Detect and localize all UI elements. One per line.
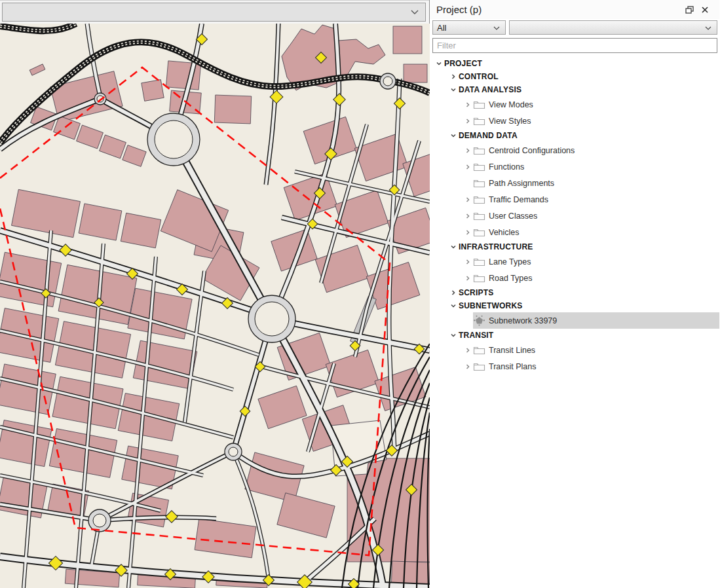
tree-item-lane-types[interactable]: Lane Types [430, 253, 719, 270]
tree-item-demand-data[interactable]: DEMAND DATA [430, 129, 719, 142]
chevron-down-icon [488, 23, 505, 33]
tree-item-body[interactable]: TRANSIT [459, 329, 719, 342]
tree-item-body[interactable]: DATA ANALYSIS [459, 83, 719, 96]
chevron-right-icon[interactable] [464, 164, 471, 170]
tree-item-body[interactable]: DEMAND DATA [459, 129, 719, 142]
tree-expander[interactable] [448, 244, 459, 250]
tree-item-body[interactable]: INFRASTRUCTURE [459, 240, 719, 253]
map-canvas[interactable] [0, 24, 430, 588]
tree-item-label: Path Assignments [489, 179, 554, 188]
tree-item-body[interactable]: Vehicles [473, 224, 719, 240]
chevron-down-icon[interactable] [450, 303, 457, 309]
chevron-down-icon[interactable] [450, 132, 457, 139]
tree-expander[interactable] [463, 147, 473, 154]
tree-item-body[interactable]: View Styles [473, 113, 719, 129]
chevron-right-icon[interactable] [464, 213, 471, 219]
tree-item-view-styles[interactable]: View Styles [430, 113, 719, 129]
tree-expander[interactable] [448, 73, 459, 80]
tree-item-body[interactable]: SCRIPTS [459, 286, 719, 299]
tree-expander[interactable] [463, 259, 473, 265]
tree-item-body[interactable]: View Modes [473, 96, 719, 113]
float-panel-button[interactable] [681, 3, 697, 16]
tree-item-transit-lines[interactable]: Transit Lines [430, 342, 719, 358]
tree-expander[interactable] [463, 275, 473, 282]
secondary-filter-dropdown[interactable] [509, 20, 717, 35]
tree-item-label: Road Types [489, 274, 532, 283]
filter-input[interactable] [432, 38, 717, 53]
tree-item-label: Transit Plans [489, 362, 536, 371]
tree-item-vehicles[interactable]: Vehicles [430, 224, 719, 240]
tree-expander[interactable] [463, 229, 473, 236]
chevron-right-icon[interactable] [464, 147, 471, 154]
tree-item-control[interactable]: CONTROL [430, 70, 719, 83]
tree-item-body[interactable]: Subnetwork 33979 [473, 312, 719, 329]
tree-expander[interactable] [448, 289, 459, 296]
tree-item-body[interactable]: Centroid Configurations [473, 142, 719, 158]
view-mode-dropdown[interactable] [2, 3, 426, 22]
chevron-right-icon[interactable] [464, 347, 471, 354]
chevron-right-icon[interactable] [450, 73, 457, 80]
tree-item-body[interactable]: Transit Plans [473, 358, 719, 375]
tree-item-transit-plans[interactable]: Transit Plans [430, 358, 719, 375]
tree-expander[interactable] [463, 164, 473, 170]
tree-item-data-analysis[interactable]: DATA ANALYSIS [430, 83, 719, 96]
tree-expander[interactable] [463, 196, 473, 203]
restore-icon [685, 6, 694, 14]
tree-item-traffic-demands[interactable]: Traffic Demands [430, 191, 719, 208]
tree-expander[interactable] [448, 303, 459, 309]
tree-item-body[interactable]: Road Types [473, 270, 719, 286]
chevron-right-icon[interactable] [464, 118, 471, 124]
tree-item-project[interactable]: PROJECT [430, 57, 719, 70]
tree-expander[interactable] [448, 332, 459, 339]
tree-item-label: Traffic Demands [489, 195, 548, 204]
chevron-right-icon[interactable] [450, 289, 457, 296]
tree-item-body[interactable]: SUBNETWORKS [459, 299, 719, 312]
tree-item-subnetwork-33979[interactable]: Subnetwork 33979 [430, 312, 719, 329]
tree-expander[interactable] [448, 132, 459, 139]
tree-item-transit[interactable]: TRANSIT [430, 329, 719, 342]
tree-item-centroid-configurations[interactable]: Centroid Configurations [430, 142, 719, 158]
tree-expander[interactable] [463, 363, 473, 370]
chevron-right-icon[interactable] [464, 196, 471, 203]
tree-expander[interactable] [434, 60, 444, 67]
chevron-down-icon[interactable] [450, 86, 457, 93]
tree-item-body[interactable]: Path Assignments [473, 175, 719, 191]
tree-expander[interactable] [463, 101, 473, 108]
project-panel: Project (p) All [430, 0, 719, 588]
tree-expander[interactable] [463, 118, 473, 124]
chevron-right-icon[interactable] [464, 363, 471, 370]
tree-item-road-types[interactable]: Road Types [430, 270, 719, 286]
chevron-right-icon[interactable] [464, 229, 471, 236]
tree-item-body[interactable]: CONTROL [459, 70, 719, 83]
folder-icon [473, 100, 485, 109]
chevron-down-icon[interactable] [450, 332, 457, 339]
tree-item-infrastructure[interactable]: INFRASTRUCTURE [430, 240, 719, 253]
tree-item-label: TRANSIT [459, 331, 493, 340]
tree-expander[interactable] [448, 86, 459, 93]
close-panel-button[interactable] [697, 3, 713, 16]
tree-item-body[interactable]: Functions [473, 158, 719, 175]
tree-item-scripts[interactable]: SCRIPTS [430, 286, 719, 299]
tree-item-body[interactable]: PROJECT [444, 57, 719, 70]
chevron-right-icon[interactable] [464, 101, 471, 108]
tree-item-body[interactable]: Lane Types [473, 253, 719, 270]
filter-combo-row: All [430, 19, 719, 35]
chevron-right-icon[interactable] [464, 275, 471, 282]
tree-item-user-classes[interactable]: User Classes [430, 208, 719, 224]
tree-expander[interactable] [463, 213, 473, 219]
tree-item-body[interactable]: User Classes [473, 208, 719, 224]
tree-item-view-modes[interactable]: View Modes [430, 96, 719, 113]
tree-expander[interactable] [463, 347, 473, 354]
tree-item-path-assignments[interactable]: Path Assignments [430, 175, 719, 191]
tree-item-body[interactable]: Transit Lines [473, 342, 719, 358]
tree-item-body[interactable]: Traffic Demands [473, 191, 719, 208]
chevron-right-icon[interactable] [464, 259, 471, 265]
tree-item-subnetworks[interactable]: SUBNETWORKS [430, 299, 719, 312]
tree-item-label: DEMAND DATA [459, 131, 518, 140]
type-filter-dropdown[interactable]: All [432, 20, 506, 35]
map-building [404, 64, 427, 83]
tree-item-label: SCRIPTS [459, 288, 493, 297]
chevron-down-icon[interactable] [450, 244, 457, 250]
chevron-down-icon[interactable] [436, 60, 442, 67]
tree-item-functions[interactable]: Functions [430, 158, 719, 175]
